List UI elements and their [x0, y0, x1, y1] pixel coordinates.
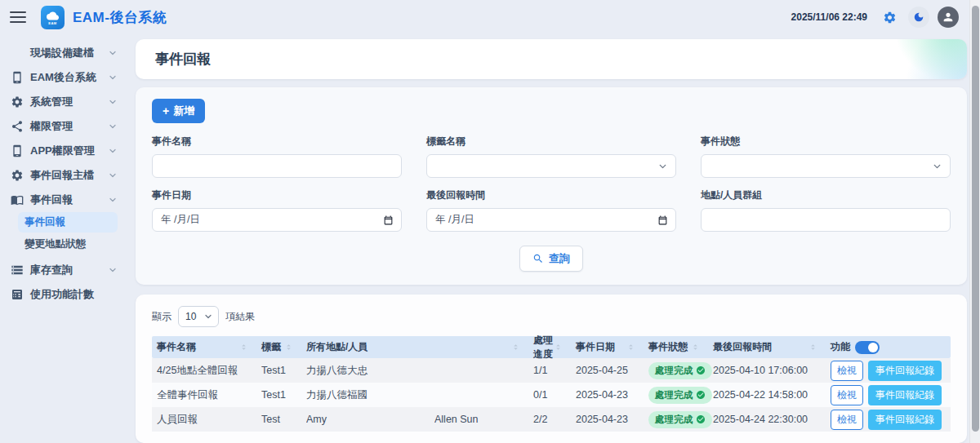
device-icon — [11, 71, 24, 84]
cell-actions: 檢視 事件回報紀錄 — [826, 385, 951, 405]
sort-icon[interactable] — [511, 343, 520, 352]
sort-icon[interactable] — [239, 343, 248, 352]
sidebar-item-inventory-query[interactable]: 庫存查詢 — [0, 258, 124, 282]
sidebar-item-label: 事件回報主檔 — [30, 168, 94, 183]
column-header-progress[interactable]: 處理進度 — [528, 334, 571, 361]
target-1: 力揚八德大忠 — [306, 364, 434, 378]
show-label: 顯示 — [152, 310, 172, 324]
cell-progress: 1/1 — [528, 365, 571, 376]
cell-event-status: 處理完成 — [644, 411, 708, 428]
column-header-event-status[interactable]: 事件狀態 — [644, 340, 708, 354]
gear-icon — [883, 11, 897, 24]
sidebar-item-event-report[interactable]: 事件回報 — [0, 188, 124, 212]
last-report-time-input[interactable]: 年 /月/日 — [426, 208, 676, 232]
sort-icon[interactable] — [808, 343, 817, 352]
menu-toggle-icon[interactable] — [10, 11, 26, 23]
sidebar-item-permission-management[interactable]: 權限管理 — [0, 114, 124, 139]
view-button[interactable]: 檢視 — [831, 361, 863, 381]
submenu-item-label: 事件回報 — [24, 215, 65, 229]
chevron-down-icon — [108, 73, 118, 82]
share-icon — [11, 120, 24, 133]
add-button[interactable]: + 新增 — [152, 99, 205, 123]
device-icon — [11, 144, 24, 157]
cell-actions: 檢視 事件回報紀錄 — [826, 361, 951, 381]
sidebar-item-site-equipment[interactable]: 現場設備建檔 — [0, 41, 124, 65]
tag-name-select[interactable] — [426, 154, 676, 178]
field-tag-name: 標籤名稱 — [426, 135, 676, 178]
top-bar: EAM EAM-後台系統 2025/11/06 22:49 — [0, 0, 980, 34]
filter-panel: + 新增 事件名稱 標籤名稱 事件狀態 — [136, 87, 967, 285]
table-row: 全體事件回報 Test1 力揚八德福國 0/1 2025-04-23 處理完成 — [152, 383, 951, 407]
event-report-submenu: 事件回報 變更地點狀態 — [0, 212, 124, 258]
cell-event-status: 處理完成 — [644, 387, 708, 404]
sort-icon[interactable] — [284, 343, 293, 352]
report-log-button[interactable]: 事件回報紀錄 — [868, 385, 942, 405]
cell-progress: 2/2 — [528, 414, 571, 425]
sidebar-item-event-report-master[interactable]: 事件回報主檔 — [0, 163, 124, 188]
table-row: 人員回報 Test Amy Allen Sun 2/2 2025-04-23 處… — [152, 407, 951, 432]
sidebar-item-usage-counter[interactable]: 使用功能計數 — [0, 282, 124, 307]
blank-icon — [11, 47, 24, 60]
column-header-event-date[interactable]: 事件日期 — [571, 340, 644, 354]
sort-icon[interactable] — [554, 343, 563, 352]
chevron-down-icon — [657, 161, 668, 171]
event-date-input[interactable]: 年 /月/日 — [152, 208, 402, 232]
column-header-targets[interactable]: 所有地點/人員 — [301, 340, 528, 354]
cell-targets: Amy Allen Sun — [301, 414, 528, 425]
scrollbar-thumb[interactable] — [972, 6, 979, 432]
settings-button[interactable] — [879, 7, 900, 28]
column-header-event-name[interactable]: 事件名稱 — [152, 340, 256, 354]
sidebar-item-label: EAM後台系統 — [30, 70, 96, 85]
scrollbar-track[interactable] — [969, 0, 980, 443]
chevron-down-icon — [108, 195, 118, 205]
report-log-button[interactable]: 事件回報紀錄 — [868, 361, 942, 381]
user-avatar-button[interactable] — [938, 7, 959, 28]
sidebar-item-label: 現場設備建檔 — [30, 46, 94, 60]
view-button[interactable]: 檢視 — [831, 385, 863, 405]
report-log-button[interactable]: 事件回報紀錄 — [868, 410, 942, 430]
tag-name-label: 標籤名稱 — [426, 135, 676, 148]
column-header-tag[interactable]: 標籤 — [256, 340, 301, 354]
cell-actions: 檢視 事件回報紀錄 — [826, 410, 951, 430]
view-button[interactable]: 檢視 — [831, 410, 863, 430]
location-person-group-input[interactable] — [701, 208, 951, 232]
book-icon — [11, 193, 24, 206]
submenu-item-event-report[interactable]: 事件回報 — [18, 212, 118, 233]
submenu-item-label: 變更地點狀態 — [24, 237, 86, 251]
cell-tag: Test1 — [256, 365, 301, 376]
inventory-icon — [11, 264, 24, 277]
calendar-icon — [657, 215, 668, 225]
cell-last-report: 2025-04-24 22:30:00 — [708, 414, 826, 425]
event-name-input[interactable] — [152, 154, 402, 178]
event-status-select[interactable] — [701, 154, 951, 178]
sidebar-item-eam-backend[interactable]: EAM後台系統 — [0, 65, 124, 90]
page-size-value: 10 — [185, 311, 196, 322]
person-icon — [942, 11, 955, 24]
sidebar-item-app-permission[interactable]: APP權限管理 — [0, 139, 124, 163]
cell-last-report: 2025-04-22 14:58:00 — [708, 389, 826, 401]
actions-toggle[interactable] — [855, 341, 880, 354]
sidebar-item-system-management[interactable]: 系統管理 — [0, 90, 124, 114]
chevron-down-icon — [108, 171, 118, 180]
status-badge: 處理完成 — [648, 411, 712, 428]
status-badge: 處理完成 — [648, 387, 712, 404]
search-button[interactable]: 查詢 — [519, 246, 583, 272]
cell-event-name: 全體事件回報 — [152, 388, 256, 402]
plus-icon: + — [163, 105, 169, 117]
submenu-item-change-location-status[interactable]: 變更地點狀態 — [18, 234, 118, 255]
dark-mode-button[interactable] — [908, 7, 929, 28]
target-1: 力揚八德福國 — [306, 388, 434, 402]
check-circle-icon — [696, 390, 706, 400]
page-title: 事件回報 — [155, 50, 947, 69]
cell-event-name: 4/25地點全體回報 — [152, 364, 256, 378]
cell-targets: 力揚八德福國 — [301, 388, 528, 402]
results-suffix-label: 項結果 — [225, 310, 255, 324]
field-last-report-time: 最後回報時間 年 /月/日 — [426, 188, 676, 232]
sort-icon[interactable] — [691, 343, 700, 352]
sort-icon[interactable] — [626, 343, 635, 352]
column-header-last-report[interactable]: 最後回報時間 — [708, 340, 826, 354]
cell-event-date: 2025-04-25 — [571, 365, 644, 376]
page-size-select[interactable]: 10 — [178, 306, 219, 327]
cell-progress: 0/1 — [528, 389, 571, 401]
field-event-status: 事件狀態 — [701, 135, 951, 178]
